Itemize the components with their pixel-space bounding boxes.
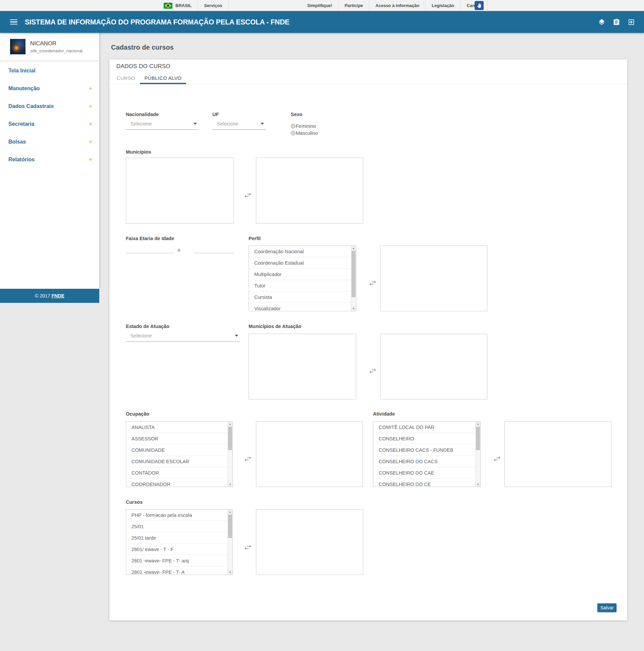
municipios-target-listbox[interactable] xyxy=(256,158,363,224)
perfil-target-listbox[interactable] xyxy=(380,246,487,311)
curso-option[interactable]: PHP - formacao pela escola xyxy=(126,509,227,521)
swap-horiz-icon[interactable] xyxy=(493,455,501,463)
plus-icon[interactable]: + xyxy=(89,85,93,92)
atividade-option[interactable]: CONSELHEIRO xyxy=(373,433,475,444)
swap-horiz-icon[interactable] xyxy=(244,543,252,552)
idade-min-input[interactable] xyxy=(126,245,174,253)
vlibras-accessibility-icon[interactable] xyxy=(474,1,484,10)
scroll-down-icon[interactable]: ▼ xyxy=(351,306,356,311)
save-button[interactable]: Salvar xyxy=(597,603,616,612)
gov-link[interactable]: Legislação xyxy=(426,0,461,11)
clipboard-icon[interactable] xyxy=(613,19,620,26)
ocupacao-option[interactable]: ASSESSOR xyxy=(126,433,227,444)
plus-icon[interactable]: + xyxy=(89,156,93,163)
menu-icon[interactable] xyxy=(10,18,18,26)
scroll-thumb[interactable] xyxy=(351,251,356,297)
ocupacao-option[interactable]: CONTADOR xyxy=(126,467,227,478)
municipios-source-listbox[interactable] xyxy=(126,158,234,224)
scroll-up-icon[interactable]: ▲ xyxy=(228,422,233,426)
gov-link[interactable]: Participe xyxy=(338,0,369,11)
estado-atuacao-select[interactable]: Selecione xyxy=(126,332,240,342)
scroll-thumb[interactable] xyxy=(228,427,232,450)
logout-icon[interactable] xyxy=(627,19,635,26)
layers-icon[interactable] xyxy=(598,19,606,26)
scroll-down-icon[interactable]: ▼ xyxy=(476,482,480,487)
sidebar-menu: Tela Inicial Manutenção + Dados Cadastra… xyxy=(0,61,99,168)
ocupacao-source-listbox[interactable]: ANALISTAASSESSORCOMUNIDADECOMUNIDADE ESC… xyxy=(126,421,233,487)
cursos-source-listbox[interactable]: PHP - formacao pela escola25/0125/01 tar… xyxy=(126,509,233,575)
scroll-up-icon[interactable]: ▲ xyxy=(228,509,233,514)
plus-icon[interactable]: + xyxy=(89,121,93,127)
nacionalidade-select[interactable]: Selecione xyxy=(126,120,199,130)
curso-option[interactable]: 2801/ ewave - T - F xyxy=(126,544,227,555)
perfil-option[interactable]: Tutor xyxy=(249,280,351,291)
scrollbar[interactable]: ▲ ▼ xyxy=(351,246,356,311)
radio-feminino[interactable]: Feminino xyxy=(291,123,318,129)
radio-icon[interactable] xyxy=(291,131,296,135)
idade-max-input[interactable] xyxy=(194,245,234,253)
sidebar-item[interactable]: Tela Inicial xyxy=(0,62,99,80)
scroll-thumb[interactable] xyxy=(476,427,480,450)
ocupacao-target-listbox[interactable] xyxy=(256,421,363,487)
scroll-down-icon[interactable]: ▼ xyxy=(228,570,233,575)
atividade-option[interactable]: CONSELHEIRO DO CAE xyxy=(373,467,475,478)
swap-horiz-icon[interactable] xyxy=(244,191,252,199)
radio-icon[interactable] xyxy=(291,124,296,128)
tab-curso[interactable]: CURSO xyxy=(112,72,140,84)
atividade-source-listbox[interactable]: COMITÊ LOCAL DO PARCONSELHEIROCONSELHEIR… xyxy=(373,421,481,487)
perfil-option[interactable]: Cursista xyxy=(249,291,351,303)
sidebar-item[interactable]: Bolsas + xyxy=(0,133,99,151)
sidebar-item[interactable]: Dados Cadastrais + xyxy=(0,97,99,115)
municipios-atuacao-target-listbox[interactable] xyxy=(380,334,487,399)
scrollbar[interactable]: ▲ ▼ xyxy=(475,422,480,487)
municipios-atuacao-source-listbox[interactable] xyxy=(249,334,356,399)
atividade-option[interactable]: CONSELHEIRO CACS - FUNDEB xyxy=(373,444,475,456)
scroll-up-icon[interactable]: ▲ xyxy=(351,246,356,251)
swap-horiz-icon[interactable] xyxy=(244,455,252,463)
scroll-up-icon[interactable]: ▲ xyxy=(476,422,480,426)
scrollbar[interactable]: ▲ ▼ xyxy=(227,422,233,487)
atividade-target-listbox[interactable] xyxy=(504,421,611,487)
plus-icon[interactable]: + xyxy=(89,138,93,145)
perfil-option[interactable]: Visualizador xyxy=(249,303,351,311)
curso-option[interactable]: 2801 -ewave- FPE - T- arq xyxy=(126,555,227,566)
nacionalidade-label: Nacionalidade xyxy=(126,112,199,117)
copyright-text: © 2017 xyxy=(35,293,50,299)
municipios-atuacao-label: Municípios de Atuação xyxy=(249,324,301,329)
servicos-link[interactable]: Serviços xyxy=(198,0,228,11)
scroll-thumb[interactable] xyxy=(228,515,232,538)
swap-horiz-icon[interactable] xyxy=(368,279,377,287)
scroll-down-icon[interactable]: ▼ xyxy=(228,482,233,487)
uf-select[interactable]: Selecione xyxy=(212,120,266,130)
ocupacao-option[interactable]: ANALISTA xyxy=(126,422,227,433)
fnde-link[interactable]: FNDE xyxy=(52,293,64,299)
sidebar-item[interactable]: Secretaria + xyxy=(0,115,99,133)
perfil-option[interactable]: Coordenação Estadual xyxy=(249,257,351,269)
curso-option[interactable]: 25/01 xyxy=(126,521,227,532)
perfil-option[interactable]: Coordenação Nacional xyxy=(249,246,351,257)
ocupacao-option[interactable]: COMUNIDADE ESCOLAR xyxy=(126,456,227,467)
radio-masculino[interactable]: Masculino xyxy=(291,130,318,136)
perfil-label: Perfil xyxy=(249,236,260,241)
plus-icon[interactable]: + xyxy=(89,103,93,110)
gov-link[interactable]: Simplifique! xyxy=(301,0,338,11)
chevron-down-icon xyxy=(193,123,197,125)
sidebar-item[interactable]: Manutenção + xyxy=(0,80,99,97)
gov-link[interactable]: Acesso à informação xyxy=(369,0,426,11)
sidebar-item[interactable]: Relatórios + xyxy=(0,151,99,168)
perfil-source-listbox[interactable]: Coordenação NacionalCoordenação Estadual… xyxy=(249,246,356,311)
brasil-gov-link[interactable]: BRASIL xyxy=(158,0,198,11)
scrollbar[interactable]: ▲ ▼ xyxy=(227,509,233,575)
perfil-option[interactable]: Multiplicador xyxy=(249,269,351,280)
ocupacao-option[interactable]: COMUNIDADE xyxy=(126,444,227,456)
swap-horiz-icon[interactable] xyxy=(368,367,377,375)
ocupacao-option[interactable]: COORDENADOR xyxy=(126,478,227,487)
atividade-option[interactable]: CONSELHEIRO DO CE xyxy=(373,478,475,487)
curso-option[interactable]: 2801 -ewave- FPE - T- A xyxy=(126,566,227,575)
atividade-option[interactable]: COMITÊ LOCAL DO PAR xyxy=(373,422,475,433)
tab-publico-alvo[interactable]: PÚBLICO ALVO xyxy=(140,72,186,84)
cursos-target-listbox[interactable] xyxy=(256,509,363,575)
atividade-option[interactable]: CONSELHEIRO DO CACS xyxy=(373,456,475,467)
card-title: DADOS DO CURSO xyxy=(116,63,171,70)
curso-option[interactable]: 25/01 tarde xyxy=(126,532,227,544)
